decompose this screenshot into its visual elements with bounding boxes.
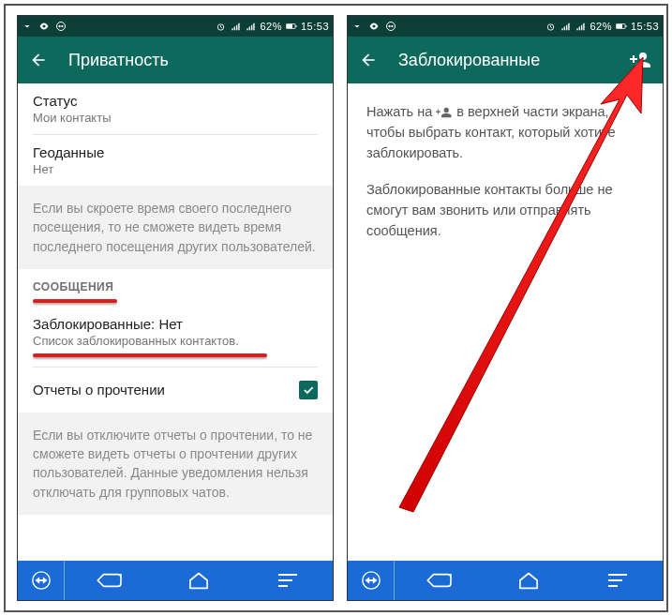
signal-icon xyxy=(560,21,571,32)
setting-sub: Список заблокированных контактов. xyxy=(33,334,318,348)
appbar-title: Приватность xyxy=(68,51,323,70)
annotation-underline xyxy=(33,353,267,357)
nav-recent-button[interactable] xyxy=(260,573,316,588)
chevron-down-icon xyxy=(22,21,33,32)
setting-title: Статус xyxy=(33,93,318,109)
appbar-title: Заблокированные xyxy=(398,51,627,70)
phone-right: 62% 15:53 Заблокированные Нажать на в ве… xyxy=(347,15,664,601)
nav-home-button[interactable] xyxy=(500,571,557,590)
info-paragraph-2: Заблокированные контакты больше не смогу… xyxy=(366,180,644,241)
info-paragraph-1: Нажать на в верхней части экрана, чтобы … xyxy=(366,102,644,163)
back-button[interactable] xyxy=(27,49,50,71)
blocked-content: Нажать на в верхней части экрана, чтобы … xyxy=(348,83,663,561)
setting-title: Геоданные xyxy=(33,144,318,160)
setting-title: Заблокированные: Нет xyxy=(33,316,318,332)
phone-left: 62% 15:53 Приватность Статус Мои контакт… xyxy=(17,15,334,601)
clock-time: 15:53 xyxy=(631,21,659,32)
section-header-messages: СООБЩЕНИЯ xyxy=(18,269,333,299)
setting-read-reports[interactable]: Отчеты о прочтении xyxy=(18,368,333,413)
teamviewer-icon xyxy=(55,21,67,32)
nav-app-button[interactable] xyxy=(348,561,395,600)
svg-rect-3 xyxy=(295,25,296,27)
nav-bar xyxy=(348,561,663,600)
add-contact-button[interactable] xyxy=(627,47,653,73)
svg-rect-12 xyxy=(625,25,626,27)
battery-icon xyxy=(616,21,627,32)
setting-title: Отчеты о прочтении xyxy=(33,382,299,398)
note-last-seen: Если вы скроете время своего последнего … xyxy=(18,186,333,269)
setting-geodata[interactable]: Геоданные Нет xyxy=(18,135,333,186)
battery-percent: 62% xyxy=(260,21,282,32)
checkbox-checked[interactable] xyxy=(299,381,318,399)
app-bar: Заблокированные xyxy=(348,37,663,83)
battery-percent: 62% xyxy=(590,21,612,32)
nav-recent-button[interactable] xyxy=(590,573,646,588)
alarm-icon xyxy=(545,21,556,32)
person-add-icon xyxy=(436,106,453,119)
eye-icon xyxy=(38,21,50,32)
signal-icon xyxy=(230,21,241,32)
setting-status[interactable]: Статус Мои контакты xyxy=(18,83,333,134)
back-button[interactable] xyxy=(357,49,380,71)
app-bar: Приватность xyxy=(18,37,333,83)
battery-icon xyxy=(286,21,297,32)
svg-rect-13 xyxy=(617,24,622,28)
clock-time: 15:53 xyxy=(301,21,329,32)
signal-icon-2 xyxy=(575,21,586,32)
setting-blocked[interactable]: Заблокированные: Нет Список заблокирован… xyxy=(18,303,333,350)
chevron-down-icon xyxy=(351,21,363,32)
nav-back-button[interactable] xyxy=(411,571,468,590)
setting-sub: Мои контакты xyxy=(33,111,318,125)
settings-content: Статус Мои контакты Геоданные Нет Если в… xyxy=(18,83,333,561)
nav-home-button[interactable] xyxy=(171,571,227,590)
eye-icon xyxy=(368,21,380,32)
note-read-reports: Если вы отключите отчеты о прочтении, то… xyxy=(18,413,333,515)
status-bar: 62% 15:53 xyxy=(18,16,333,37)
signal-icon-2 xyxy=(245,21,256,32)
setting-sub: Нет xyxy=(33,162,318,176)
nav-back-button[interactable] xyxy=(82,571,138,590)
alarm-icon xyxy=(215,21,226,32)
nav-app-button[interactable] xyxy=(18,561,65,600)
teamviewer-icon xyxy=(385,21,396,32)
svg-rect-4 xyxy=(287,24,292,28)
status-bar: 62% 15:53 xyxy=(348,16,663,37)
nav-bar xyxy=(18,561,333,600)
